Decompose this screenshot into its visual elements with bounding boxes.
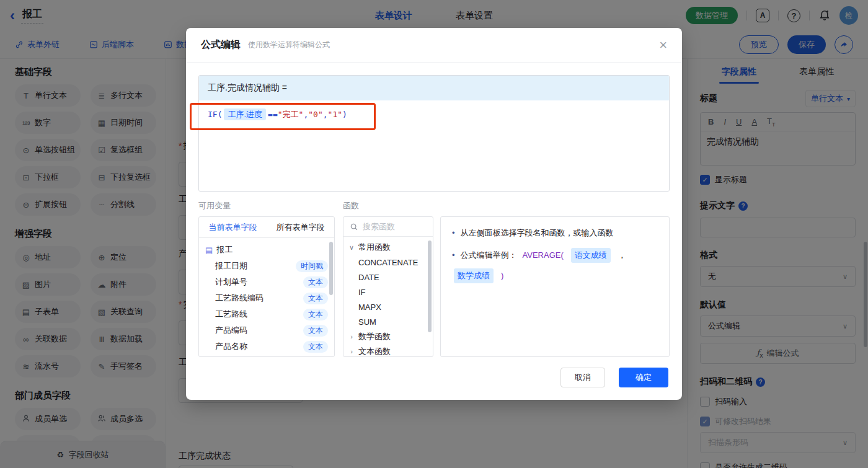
variable-field-row[interactable]: 产品名称文本 <box>199 338 334 355</box>
variables-label: 可用变量 <box>198 200 335 211</box>
example-close-paren: ) <box>501 270 503 282</box>
function-tree: ∨常用函数 CONCATENATE DATE IF MAPX SUM ›数学函数… <box>343 237 433 357</box>
group-label: 文本函数 <box>358 346 391 357</box>
type-badge: 文本 <box>303 325 328 337</box>
type-badge: 文本 <box>303 276 328 288</box>
variable-field-row[interactable]: 工艺路线文本 <box>199 306 334 322</box>
variable-name: 计划单号 <box>215 276 247 288</box>
group-label: 数学函数 <box>358 331 391 342</box>
formula-close-paren: ) <box>342 110 347 119</box>
confirm-button[interactable]: 确定 <box>619 368 668 387</box>
functions-scrollbar[interactable] <box>428 241 432 332</box>
variable-name: 工艺路线 <box>215 309 247 320</box>
variable-name: 产品编码 <box>215 325 247 336</box>
functions-panel: ∨常用函数 CONCATENATE DATE IF MAPX SUM ›数学函数… <box>343 216 433 357</box>
chevron-right-icon: › <box>348 333 355 340</box>
formula-input[interactable]: IF(工序.进度=="完工","0","1") <box>199 100 669 191</box>
variables-scrollbar[interactable] <box>329 242 333 295</box>
variable-root-row[interactable]: ▤ 报工 <box>199 242 334 258</box>
function-group-text[interactable]: ›文本函数 <box>343 344 433 357</box>
search-icon <box>350 223 358 231</box>
function-item[interactable]: SUM <box>343 314 433 329</box>
help-panel: • 从左侧面板选择字段名和函数，或输入函数 • 公式编辑举例： AVERAGE(… <box>440 216 670 357</box>
variables-tabs: 当前表单字段 所有表单字段 <box>199 217 334 238</box>
formula-editor-modal: 公式编辑 使用数学运算符编辑公式 × 工序.完成情况辅助 = IF(工序.进度=… <box>186 28 682 400</box>
function-search <box>343 217 433 237</box>
type-badge: 文本 <box>303 341 328 353</box>
help-text: 公式编辑举例： <box>461 249 517 262</box>
modal-header: 公式编辑 使用数学运算符编辑公式 × <box>186 28 682 63</box>
chevron-down-icon: ∨ <box>348 244 355 252</box>
variable-name: 报工日期 <box>215 260 247 272</box>
formula-string: "完工" <box>278 110 304 119</box>
tab-current-form-fields[interactable]: 当前表单字段 <box>199 217 267 237</box>
formula-fn: IF( <box>208 110 222 119</box>
function-item[interactable]: IF <box>343 285 433 299</box>
group-label: 常用函数 <box>358 242 391 253</box>
variable-root-label: 报工 <box>216 244 232 255</box>
type-badge: 文本 <box>303 293 328 304</box>
functions-label: 函数 <box>343 200 433 211</box>
type-badge: 文本 <box>303 309 328 320</box>
bullet-icon: • <box>452 227 455 239</box>
panel-labels: 可用变量 函数 <box>198 200 670 211</box>
modal-subtitle: 使用数学运算符编辑公式 <box>248 40 330 50</box>
variable-name: 工艺路线编码 <box>215 293 264 304</box>
example-function: AVERAGE( <box>523 249 564 262</box>
variable-field-row[interactable]: 计划单号文本 <box>199 274 334 290</box>
formula-string: "1" <box>328 110 342 119</box>
variable-field-row[interactable]: 工艺路线编码文本 <box>199 290 334 306</box>
form-doc-icon: ▤ <box>205 245 213 255</box>
formula-string: "0" <box>308 110 322 119</box>
help-comma: ， <box>618 249 626 262</box>
chevron-right-icon: › <box>348 348 355 355</box>
bullet-icon: • <box>452 249 455 262</box>
help-line-2: • 公式编辑举例： AVERAGE( 语文成绩 ， 数学成绩 ) <box>452 248 658 283</box>
function-search-input[interactable] <box>363 222 420 231</box>
help-text: 从左侧面板选择字段名和函数，或输入函数 <box>461 227 614 239</box>
type-badge: 时间戳 <box>296 260 328 272</box>
modal-title: 公式编辑 <box>201 38 241 51</box>
example-chip: 数学成绩 <box>454 268 494 283</box>
variables-list: ▤ 报工 报工日期时间戳 计划单号文本 工艺路线编码文本 工艺路线文本 产品编码… <box>199 238 334 357</box>
example-chip: 语文成绩 <box>571 248 611 263</box>
formula-box: 工序.完成情况辅助 = IF(工序.进度=="完工","0","1") <box>198 75 670 192</box>
tab-all-form-fields[interactable]: 所有表单字段 <box>267 217 334 237</box>
modal-footer: 取消 确定 <box>560 368 668 387</box>
app-window: ‹ 报工 表单设计 表单设置 数据管理 A ? 检 表单外链 后端脚本 <box>0 0 868 468</box>
function-group-math[interactable]: ›数学函数 <box>343 329 433 344</box>
variable-field-row[interactable]: 报工日期时间戳 <box>199 258 334 274</box>
formula-op: == <box>268 110 278 119</box>
variable-field-row[interactable]: 产品编码文本 <box>199 322 334 338</box>
function-group-common[interactable]: ∨常用函数 <box>343 240 433 255</box>
close-icon[interactable]: × <box>659 38 667 52</box>
variables-panel: 当前表单字段 所有表单字段 ▤ 报工 报工日期时间戳 计划单号文本 工艺路线编码… <box>198 216 335 357</box>
modal-body: 工序.完成情况辅助 = IF(工序.进度=="完工","0","1") 可用变量… <box>186 63 682 357</box>
function-item[interactable]: DATE <box>343 270 433 285</box>
help-line-1: • 从左侧面板选择字段名和函数，或输入函数 <box>452 227 658 239</box>
formula-comma: , <box>323 110 328 119</box>
function-item[interactable]: CONCATENATE <box>343 255 433 270</box>
function-item[interactable]: MAPX <box>343 299 433 314</box>
variable-name: 产品名称 <box>215 341 247 352</box>
cancel-button[interactable]: 取消 <box>560 368 605 387</box>
variable-chip[interactable]: 工序.进度 <box>224 108 266 120</box>
formula-target: 工序.完成情况辅助 = <box>199 76 669 100</box>
panels-row: 当前表单字段 所有表单字段 ▤ 报工 报工日期时间戳 计划单号文本 工艺路线编码… <box>198 216 670 357</box>
